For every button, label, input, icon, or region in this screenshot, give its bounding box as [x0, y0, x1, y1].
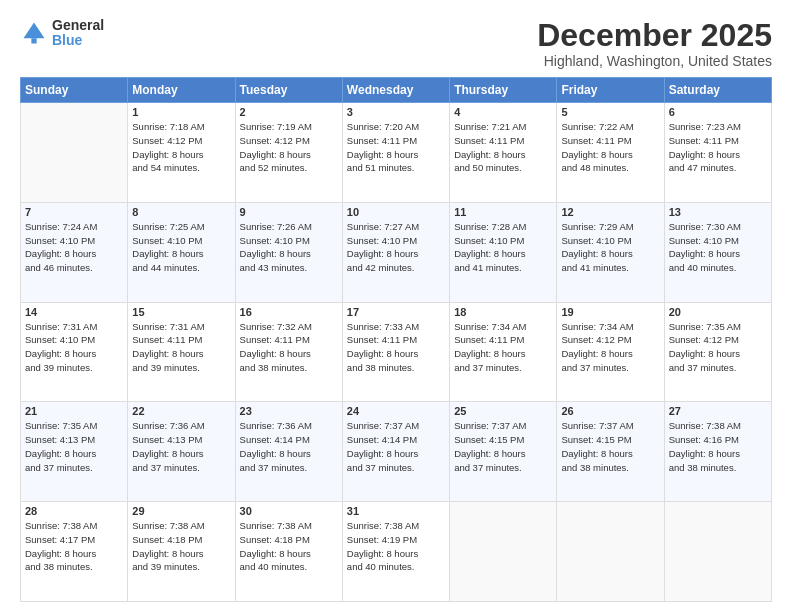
col-tuesday: Tuesday	[235, 78, 342, 103]
svg-marker-0	[24, 23, 45, 39]
day-info: Sunrise: 7:23 AM Sunset: 4:11 PM Dayligh…	[669, 120, 767, 175]
day-info: Sunrise: 7:21 AM Sunset: 4:11 PM Dayligh…	[454, 120, 552, 175]
svg-rect-1	[31, 39, 36, 44]
table-row: 18Sunrise: 7:34 AM Sunset: 4:11 PM Dayli…	[450, 302, 557, 402]
day-number: 22	[132, 405, 230, 417]
calendar-row-4: 28Sunrise: 7:38 AM Sunset: 4:17 PM Dayli…	[21, 502, 772, 602]
day-number: 10	[347, 206, 445, 218]
day-info: Sunrise: 7:37 AM Sunset: 4:15 PM Dayligh…	[454, 419, 552, 474]
day-info: Sunrise: 7:32 AM Sunset: 4:11 PM Dayligh…	[240, 320, 338, 375]
calendar-header-row: Sunday Monday Tuesday Wednesday Thursday…	[21, 78, 772, 103]
title-block: December 2025 Highland, Washington, Unit…	[537, 18, 772, 69]
col-friday: Friday	[557, 78, 664, 103]
table-row: 30Sunrise: 7:38 AM Sunset: 4:18 PM Dayli…	[235, 502, 342, 602]
table-row: 14Sunrise: 7:31 AM Sunset: 4:10 PM Dayli…	[21, 302, 128, 402]
day-number: 4	[454, 106, 552, 118]
day-info: Sunrise: 7:24 AM Sunset: 4:10 PM Dayligh…	[25, 220, 123, 275]
day-info: Sunrise: 7:34 AM Sunset: 4:12 PM Dayligh…	[561, 320, 659, 375]
page-subtitle: Highland, Washington, United States	[537, 53, 772, 69]
col-thursday: Thursday	[450, 78, 557, 103]
logo: General Blue	[20, 18, 104, 49]
calendar-row-2: 14Sunrise: 7:31 AM Sunset: 4:10 PM Dayli…	[21, 302, 772, 402]
table-row: 25Sunrise: 7:37 AM Sunset: 4:15 PM Dayli…	[450, 402, 557, 502]
calendar-row-0: 1Sunrise: 7:18 AM Sunset: 4:12 PM Daylig…	[21, 103, 772, 203]
logo-icon	[20, 19, 48, 47]
day-number: 9	[240, 206, 338, 218]
table-row: 19Sunrise: 7:34 AM Sunset: 4:12 PM Dayli…	[557, 302, 664, 402]
day-number: 27	[669, 405, 767, 417]
day-number: 12	[561, 206, 659, 218]
day-number: 17	[347, 306, 445, 318]
table-row: 6Sunrise: 7:23 AM Sunset: 4:11 PM Daylig…	[664, 103, 771, 203]
day-info: Sunrise: 7:38 AM Sunset: 4:17 PM Dayligh…	[25, 519, 123, 574]
day-info: Sunrise: 7:28 AM Sunset: 4:10 PM Dayligh…	[454, 220, 552, 275]
day-info: Sunrise: 7:38 AM Sunset: 4:19 PM Dayligh…	[347, 519, 445, 574]
day-number: 2	[240, 106, 338, 118]
logo-blue-label: Blue	[52, 33, 104, 48]
page-title: December 2025	[537, 18, 772, 53]
col-saturday: Saturday	[664, 78, 771, 103]
day-info: Sunrise: 7:19 AM Sunset: 4:12 PM Dayligh…	[240, 120, 338, 175]
day-info: Sunrise: 7:29 AM Sunset: 4:10 PM Dayligh…	[561, 220, 659, 275]
day-info: Sunrise: 7:27 AM Sunset: 4:10 PM Dayligh…	[347, 220, 445, 275]
calendar-row-3: 21Sunrise: 7:35 AM Sunset: 4:13 PM Dayli…	[21, 402, 772, 502]
day-number: 25	[454, 405, 552, 417]
header: General Blue December 2025 Highland, Was…	[20, 18, 772, 69]
day-number: 11	[454, 206, 552, 218]
table-row: 17Sunrise: 7:33 AM Sunset: 4:11 PM Dayli…	[342, 302, 449, 402]
day-info: Sunrise: 7:36 AM Sunset: 4:13 PM Dayligh…	[132, 419, 230, 474]
table-row: 24Sunrise: 7:37 AM Sunset: 4:14 PM Dayli…	[342, 402, 449, 502]
table-row: 29Sunrise: 7:38 AM Sunset: 4:18 PM Dayli…	[128, 502, 235, 602]
day-info: Sunrise: 7:31 AM Sunset: 4:11 PM Dayligh…	[132, 320, 230, 375]
day-number: 13	[669, 206, 767, 218]
day-info: Sunrise: 7:36 AM Sunset: 4:14 PM Dayligh…	[240, 419, 338, 474]
calendar-table: Sunday Monday Tuesday Wednesday Thursday…	[20, 77, 772, 602]
table-row: 5Sunrise: 7:22 AM Sunset: 4:11 PM Daylig…	[557, 103, 664, 203]
day-info: Sunrise: 7:22 AM Sunset: 4:11 PM Dayligh…	[561, 120, 659, 175]
table-row: 4Sunrise: 7:21 AM Sunset: 4:11 PM Daylig…	[450, 103, 557, 203]
day-number: 26	[561, 405, 659, 417]
day-number: 7	[25, 206, 123, 218]
day-number: 21	[25, 405, 123, 417]
table-row: 1Sunrise: 7:18 AM Sunset: 4:12 PM Daylig…	[128, 103, 235, 203]
table-row	[21, 103, 128, 203]
table-row: 13Sunrise: 7:30 AM Sunset: 4:10 PM Dayli…	[664, 202, 771, 302]
day-info: Sunrise: 7:38 AM Sunset: 4:16 PM Dayligh…	[669, 419, 767, 474]
table-row	[557, 502, 664, 602]
table-row: 23Sunrise: 7:36 AM Sunset: 4:14 PM Dayli…	[235, 402, 342, 502]
table-row: 2Sunrise: 7:19 AM Sunset: 4:12 PM Daylig…	[235, 103, 342, 203]
table-row: 8Sunrise: 7:25 AM Sunset: 4:10 PM Daylig…	[128, 202, 235, 302]
day-number: 15	[132, 306, 230, 318]
day-info: Sunrise: 7:34 AM Sunset: 4:11 PM Dayligh…	[454, 320, 552, 375]
day-number: 16	[240, 306, 338, 318]
day-number: 19	[561, 306, 659, 318]
table-row: 20Sunrise: 7:35 AM Sunset: 4:12 PM Dayli…	[664, 302, 771, 402]
day-info: Sunrise: 7:25 AM Sunset: 4:10 PM Dayligh…	[132, 220, 230, 275]
day-info: Sunrise: 7:33 AM Sunset: 4:11 PM Dayligh…	[347, 320, 445, 375]
day-number: 28	[25, 505, 123, 517]
table-row: 10Sunrise: 7:27 AM Sunset: 4:10 PM Dayli…	[342, 202, 449, 302]
table-row: 7Sunrise: 7:24 AM Sunset: 4:10 PM Daylig…	[21, 202, 128, 302]
table-row: 15Sunrise: 7:31 AM Sunset: 4:11 PM Dayli…	[128, 302, 235, 402]
day-number: 18	[454, 306, 552, 318]
table-row: 21Sunrise: 7:35 AM Sunset: 4:13 PM Dayli…	[21, 402, 128, 502]
table-row: 9Sunrise: 7:26 AM Sunset: 4:10 PM Daylig…	[235, 202, 342, 302]
table-row: 27Sunrise: 7:38 AM Sunset: 4:16 PM Dayli…	[664, 402, 771, 502]
page: General Blue December 2025 Highland, Was…	[0, 0, 792, 612]
day-number: 8	[132, 206, 230, 218]
day-info: Sunrise: 7:26 AM Sunset: 4:10 PM Dayligh…	[240, 220, 338, 275]
day-info: Sunrise: 7:37 AM Sunset: 4:15 PM Dayligh…	[561, 419, 659, 474]
table-row: 3Sunrise: 7:20 AM Sunset: 4:11 PM Daylig…	[342, 103, 449, 203]
day-info: Sunrise: 7:35 AM Sunset: 4:13 PM Dayligh…	[25, 419, 123, 474]
logo-text: General Blue	[52, 18, 104, 49]
table-row: 28Sunrise: 7:38 AM Sunset: 4:17 PM Dayli…	[21, 502, 128, 602]
day-info: Sunrise: 7:18 AM Sunset: 4:12 PM Dayligh…	[132, 120, 230, 175]
day-info: Sunrise: 7:37 AM Sunset: 4:14 PM Dayligh…	[347, 419, 445, 474]
logo-general-label: General	[52, 18, 104, 33]
day-info: Sunrise: 7:38 AM Sunset: 4:18 PM Dayligh…	[240, 519, 338, 574]
table-row: 31Sunrise: 7:38 AM Sunset: 4:19 PM Dayli…	[342, 502, 449, 602]
day-number: 3	[347, 106, 445, 118]
col-wednesday: Wednesday	[342, 78, 449, 103]
table-row: 22Sunrise: 7:36 AM Sunset: 4:13 PM Dayli…	[128, 402, 235, 502]
day-info: Sunrise: 7:30 AM Sunset: 4:10 PM Dayligh…	[669, 220, 767, 275]
